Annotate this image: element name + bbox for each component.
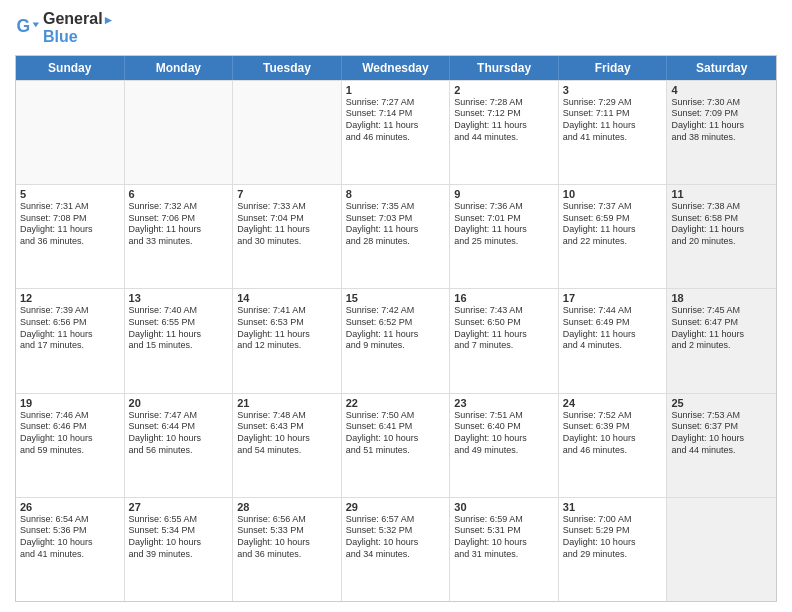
calendar-cell [667,498,776,601]
logo-general: General► [43,10,114,28]
calendar-row: 5Sunrise: 7:31 AM Sunset: 7:08 PM Daylig… [16,184,776,288]
calendar-cell: 15Sunrise: 7:42 AM Sunset: 6:52 PM Dayli… [342,289,451,392]
calendar-cell: 3Sunrise: 7:29 AM Sunset: 7:11 PM Daylig… [559,81,668,184]
weekday-header: Tuesday [233,56,342,80]
calendar-row: 19Sunrise: 7:46 AM Sunset: 6:46 PM Dayli… [16,393,776,497]
day-number: 25 [671,397,772,409]
cell-info: Sunrise: 6:56 AM Sunset: 5:33 PM Dayligh… [237,514,337,561]
cell-info: Sunrise: 7:28 AM Sunset: 7:12 PM Dayligh… [454,97,554,144]
calendar-row: 12Sunrise: 7:39 AM Sunset: 6:56 PM Dayli… [16,288,776,392]
day-number: 20 [129,397,229,409]
logo-text: General► Blue [43,10,114,47]
logo: G General► Blue [15,10,114,47]
calendar-cell: 31Sunrise: 7:00 AM Sunset: 5:29 PM Dayli… [559,498,668,601]
day-number: 29 [346,501,446,513]
calendar-cell: 19Sunrise: 7:46 AM Sunset: 6:46 PM Dayli… [16,394,125,497]
cell-info: Sunrise: 7:45 AM Sunset: 6:47 PM Dayligh… [671,305,772,352]
calendar-cell: 14Sunrise: 7:41 AM Sunset: 6:53 PM Dayli… [233,289,342,392]
cell-info: Sunrise: 7:48 AM Sunset: 6:43 PM Dayligh… [237,410,337,457]
day-number: 19 [20,397,120,409]
day-number: 7 [237,188,337,200]
svg-text:G: G [17,16,31,36]
day-number: 12 [20,292,120,304]
calendar-cell: 21Sunrise: 7:48 AM Sunset: 6:43 PM Dayli… [233,394,342,497]
calendar-body: 1Sunrise: 7:27 AM Sunset: 7:14 PM Daylig… [16,80,776,601]
cell-info: Sunrise: 7:40 AM Sunset: 6:55 PM Dayligh… [129,305,229,352]
cell-info: Sunrise: 7:43 AM Sunset: 6:50 PM Dayligh… [454,305,554,352]
calendar-cell: 2Sunrise: 7:28 AM Sunset: 7:12 PM Daylig… [450,81,559,184]
cell-info: Sunrise: 7:50 AM Sunset: 6:41 PM Dayligh… [346,410,446,457]
cell-info: Sunrise: 6:59 AM Sunset: 5:31 PM Dayligh… [454,514,554,561]
calendar: SundayMondayTuesdayWednesdayThursdayFrid… [15,55,777,602]
cell-info: Sunrise: 7:41 AM Sunset: 6:53 PM Dayligh… [237,305,337,352]
calendar-cell: 24Sunrise: 7:52 AM Sunset: 6:39 PM Dayli… [559,394,668,497]
day-number: 4 [671,84,772,96]
cell-info: Sunrise: 7:32 AM Sunset: 7:06 PM Dayligh… [129,201,229,248]
calendar-cell: 7Sunrise: 7:33 AM Sunset: 7:04 PM Daylig… [233,185,342,288]
svg-marker-1 [33,23,39,28]
cell-info: Sunrise: 7:44 AM Sunset: 6:49 PM Dayligh… [563,305,663,352]
calendar-cell: 22Sunrise: 7:50 AM Sunset: 6:41 PM Dayli… [342,394,451,497]
calendar-cell: 27Sunrise: 6:55 AM Sunset: 5:34 PM Dayli… [125,498,234,601]
cell-info: Sunrise: 7:31 AM Sunset: 7:08 PM Dayligh… [20,201,120,248]
day-number: 17 [563,292,663,304]
calendar-cell: 30Sunrise: 6:59 AM Sunset: 5:31 PM Dayli… [450,498,559,601]
cell-info: Sunrise: 7:47 AM Sunset: 6:44 PM Dayligh… [129,410,229,457]
day-number: 13 [129,292,229,304]
cell-info: Sunrise: 7:52 AM Sunset: 6:39 PM Dayligh… [563,410,663,457]
cell-info: Sunrise: 6:55 AM Sunset: 5:34 PM Dayligh… [129,514,229,561]
header: G General► Blue [15,10,777,47]
calendar-cell: 1Sunrise: 7:27 AM Sunset: 7:14 PM Daylig… [342,81,451,184]
calendar-cell: 18Sunrise: 7:45 AM Sunset: 6:47 PM Dayli… [667,289,776,392]
day-number: 15 [346,292,446,304]
day-number: 5 [20,188,120,200]
calendar-cell: 12Sunrise: 7:39 AM Sunset: 6:56 PM Dayli… [16,289,125,392]
weekday-header: Thursday [450,56,559,80]
calendar-cell [16,81,125,184]
calendar-cell: 25Sunrise: 7:53 AM Sunset: 6:37 PM Dayli… [667,394,776,497]
day-number: 10 [563,188,663,200]
calendar-cell: 5Sunrise: 7:31 AM Sunset: 7:08 PM Daylig… [16,185,125,288]
cell-info: Sunrise: 7:00 AM Sunset: 5:29 PM Dayligh… [563,514,663,561]
day-number: 31 [563,501,663,513]
day-number: 22 [346,397,446,409]
calendar-cell: 20Sunrise: 7:47 AM Sunset: 6:44 PM Dayli… [125,394,234,497]
weekday-header: Friday [559,56,668,80]
cell-info: Sunrise: 7:33 AM Sunset: 7:04 PM Dayligh… [237,201,337,248]
weekday-header: Monday [125,56,234,80]
day-number: 6 [129,188,229,200]
page: G General► Blue SundayMondayTuesdayWedne… [0,0,792,612]
cell-info: Sunrise: 6:54 AM Sunset: 5:36 PM Dayligh… [20,514,120,561]
day-number: 18 [671,292,772,304]
cell-info: Sunrise: 7:37 AM Sunset: 6:59 PM Dayligh… [563,201,663,248]
day-number: 23 [454,397,554,409]
cell-info: Sunrise: 7:29 AM Sunset: 7:11 PM Dayligh… [563,97,663,144]
calendar-cell: 11Sunrise: 7:38 AM Sunset: 6:58 PM Dayli… [667,185,776,288]
day-number: 30 [454,501,554,513]
weekday-header: Wednesday [342,56,451,80]
calendar-cell: 9Sunrise: 7:36 AM Sunset: 7:01 PM Daylig… [450,185,559,288]
cell-info: Sunrise: 7:39 AM Sunset: 6:56 PM Dayligh… [20,305,120,352]
cell-info: Sunrise: 7:35 AM Sunset: 7:03 PM Dayligh… [346,201,446,248]
day-number: 3 [563,84,663,96]
day-number: 1 [346,84,446,96]
day-number: 2 [454,84,554,96]
day-number: 24 [563,397,663,409]
calendar-cell: 6Sunrise: 7:32 AM Sunset: 7:06 PM Daylig… [125,185,234,288]
calendar-row: 1Sunrise: 7:27 AM Sunset: 7:14 PM Daylig… [16,80,776,184]
cell-info: Sunrise: 7:46 AM Sunset: 6:46 PM Dayligh… [20,410,120,457]
cell-info: Sunrise: 7:38 AM Sunset: 6:58 PM Dayligh… [671,201,772,248]
day-number: 26 [20,501,120,513]
day-number: 9 [454,188,554,200]
calendar-cell [233,81,342,184]
cell-info: Sunrise: 7:27 AM Sunset: 7:14 PM Dayligh… [346,97,446,144]
day-number: 8 [346,188,446,200]
calendar-cell: 13Sunrise: 7:40 AM Sunset: 6:55 PM Dayli… [125,289,234,392]
calendar-row: 26Sunrise: 6:54 AM Sunset: 5:36 PM Dayli… [16,497,776,601]
logo-icon: G [15,16,39,40]
calendar-cell: 17Sunrise: 7:44 AM Sunset: 6:49 PM Dayli… [559,289,668,392]
day-number: 16 [454,292,554,304]
calendar-cell: 26Sunrise: 6:54 AM Sunset: 5:36 PM Dayli… [16,498,125,601]
cell-info: Sunrise: 7:36 AM Sunset: 7:01 PM Dayligh… [454,201,554,248]
weekday-header: Saturday [667,56,776,80]
